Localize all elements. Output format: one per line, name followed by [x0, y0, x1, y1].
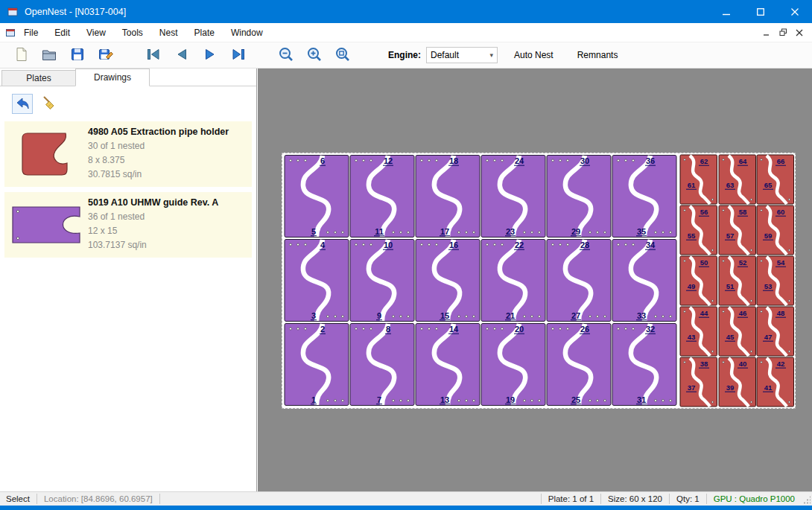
- statusbar-size: Size: 60 x 120: [601, 494, 669, 503]
- nest-part-pair[interactable]: 3635: [612, 154, 677, 238]
- drawing-thumbnail-red: [9, 130, 83, 179]
- zoom-fit-button[interactable]: [331, 44, 355, 66]
- zoom-in-button[interactable]: [302, 44, 326, 66]
- next-plate-button[interactable]: [198, 44, 222, 66]
- nest-part-pair[interactable]: 2423: [480, 154, 546, 238]
- statusbar-plate: Plate: 1 of 1: [542, 494, 600, 503]
- nest-part-pair[interactable]: 4847: [756, 306, 795, 357]
- clear-drawings-button[interactable]: [38, 94, 59, 114]
- tab-plates[interactable]: Plates: [1, 70, 76, 86]
- svg-text:47: 47: [764, 333, 773, 341]
- tab-plates-label: Plates: [26, 73, 51, 83]
- nest-part-pair[interactable]: 2625: [546, 322, 612, 407]
- nest-part-pair[interactable]: 5655: [679, 205, 718, 255]
- nest-part-pair[interactable]: 4241: [756, 357, 795, 407]
- drawing-area: 103.7137 sq/in: [88, 238, 218, 252]
- nest-part-pair[interactable]: 65: [284, 154, 349, 238]
- menu-plate[interactable]: Plate: [186, 25, 223, 41]
- nest-part-pair[interactable]: 1817: [415, 154, 480, 238]
- svg-text:58: 58: [738, 208, 746, 216]
- nest-part-pair[interactable]: 4443: [679, 306, 718, 357]
- nest-part-pair[interactable]: 5857: [718, 205, 757, 255]
- nest-part-pair[interactable]: 2019: [480, 322, 546, 407]
- engine-select[interactable]: Default ▾: [426, 47, 498, 63]
- next-arrow-icon: [202, 46, 218, 65]
- nest-part-pair[interactable]: 6463: [718, 154, 757, 205]
- nest-part-pair[interactable]: 1413: [415, 322, 480, 407]
- drawing-list-item-1[interactable]: 4980 A05 Extraction pipe holder 30 of 1 …: [4, 121, 252, 187]
- import-drawing-button[interactable]: [12, 94, 33, 114]
- nest-canvas[interactable]: 65 1211 1817 2423 3029 3635 43 1: [258, 68, 812, 491]
- nest-part-pair[interactable]: 3837: [679, 357, 718, 407]
- save-as-button[interactable]: [94, 44, 118, 66]
- nest-part-pair[interactable]: 5049: [679, 255, 718, 306]
- svg-text:24: 24: [515, 156, 524, 165]
- zoom-out-button[interactable]: [274, 44, 298, 66]
- menu-view[interactable]: View: [78, 25, 114, 41]
- auto-nest-button[interactable]: Auto Nest: [507, 45, 561, 65]
- nest-part-pair[interactable]: 6059: [756, 205, 795, 255]
- nest-part-pair[interactable]: 1615: [415, 238, 480, 322]
- window-title: OpenNest - [N0317-004]: [25, 7, 126, 17]
- nest-part-pair[interactable]: 43: [284, 238, 349, 322]
- menu-file[interactable]: File: [16, 25, 46, 41]
- mdi-close-button[interactable]: [791, 25, 808, 40]
- nest-part-pair[interactable]: 2221: [480, 238, 546, 322]
- main-area: Plates Drawings: [0, 68, 812, 491]
- nest-part-pair[interactable]: 4039: [718, 357, 757, 407]
- first-plate-button[interactable]: [142, 44, 165, 66]
- drawing-size: 8 x 8.375: [88, 153, 229, 168]
- nest-part-pair[interactable]: 6261: [679, 154, 718, 205]
- nest-part-pair[interactable]: 2827: [546, 238, 612, 322]
- mdi-minimize-button[interactable]: [758, 25, 775, 40]
- mdi-restore-button[interactable]: [775, 25, 791, 40]
- nest-part-pair[interactable]: 21: [284, 322, 349, 407]
- previous-plate-button[interactable]: [170, 44, 194, 66]
- statusbar-qty: Qty: 1: [670, 494, 706, 503]
- nest-part-pair[interactable]: 3029: [546, 154, 612, 238]
- svg-text:37: 37: [688, 383, 696, 392]
- svg-text:9: 9: [377, 311, 381, 320]
- nest-part-pair[interactable]: 3231: [612, 322, 677, 407]
- save-button[interactable]: [66, 44, 89, 66]
- nest-part-pair[interactable]: 3433: [612, 238, 677, 322]
- tab-strip: Plates Drawings: [0, 68, 256, 86]
- remnants-button[interactable]: Remnants: [570, 45, 626, 65]
- svg-text:28: 28: [580, 240, 589, 249]
- nest-part-pair[interactable]: 5251: [718, 255, 757, 306]
- svg-text:35: 35: [637, 227, 646, 236]
- nest-part-pair[interactable]: 109: [349, 238, 415, 322]
- svg-text:25: 25: [571, 395, 580, 404]
- nest-part-pair[interactable]: 5453: [756, 255, 795, 306]
- open-button[interactable]: [37, 44, 61, 66]
- svg-text:63: 63: [726, 181, 734, 189]
- svg-text:3: 3: [311, 311, 316, 320]
- close-button[interactable]: [778, 0, 812, 23]
- zoom-fit-icon: [334, 46, 351, 65]
- svg-text:57: 57: [726, 232, 734, 240]
- svg-text:66: 66: [777, 157, 785, 165]
- svg-text:60: 60: [777, 208, 785, 216]
- nest-part-pair[interactable]: 1211: [349, 154, 415, 238]
- save-as-icon: [98, 46, 114, 65]
- maximize-button[interactable]: [743, 0, 778, 23]
- new-button[interactable]: [9, 44, 33, 66]
- menu-tools[interactable]: Tools: [114, 25, 151, 41]
- last-plate-button[interactable]: [226, 44, 250, 66]
- window-bottom-border: [0, 506, 812, 510]
- menu-edit[interactable]: Edit: [46, 25, 78, 41]
- nest-part-pair[interactable]: 87: [349, 322, 415, 407]
- svg-text:12: 12: [384, 156, 393, 165]
- plate[interactable]: 65 1211 1817 2423 3029 3635 43 1: [282, 153, 796, 409]
- mdi-child-icon[interactable]: [5, 28, 16, 38]
- drawing-list-item-2[interactable]: 5019 A10 UHMW guide Rev. A 36 of 1 neste…: [4, 192, 252, 258]
- minimize-button[interactable]: [709, 0, 743, 23]
- svg-text:1: 1: [311, 395, 316, 404]
- nest-part-pair[interactable]: 4645: [718, 306, 757, 357]
- svg-text:20: 20: [515, 325, 524, 334]
- nest-part-pair[interactable]: 6665: [756, 154, 795, 205]
- resize-grip[interactable]: [802, 492, 812, 506]
- menu-nest[interactable]: Nest: [151, 25, 186, 41]
- tab-drawings[interactable]: Drawings: [75, 68, 150, 86]
- menu-window[interactable]: Window: [223, 25, 271, 41]
